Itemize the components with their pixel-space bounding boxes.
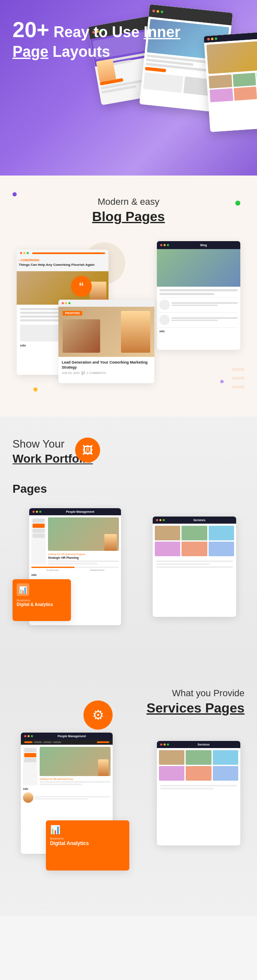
- blog-post-date: JUN 03, 2020: [62, 372, 80, 374]
- blog-mockup-container: ▪ COWORKING Things Can Help Any Coworkin…: [8, 241, 249, 392]
- blog-right-logo: xdo: [159, 330, 238, 333]
- blog-section: Modern & easy Blog Pages “ ≈≈≈ ≈≈≈ ≈≈≈ ▪…: [0, 176, 257, 417]
- portfolio-desc: Strategic HR Planning: [48, 556, 119, 559]
- analytics-digital-label: Digital & Analytics: [17, 602, 67, 607]
- portfolio-mockup-container: People Management Getting For HR planni: [13, 508, 244, 642]
- services-people-title: People Management: [34, 735, 109, 738]
- nav-cta: [97, 741, 109, 743]
- portfolio-title-block: Show Your Work Portfolio Pages: [13, 438, 244, 496]
- dot-yellow-2: [156, 10, 159, 13]
- brush-stroke-icon: ⚙: [83, 700, 113, 730]
- services-title-block: What you Provide Services Pages: [13, 688, 244, 716]
- services-right-grid: [157, 748, 240, 783]
- sr-grid-2: [186, 750, 211, 765]
- services-grid-4: [155, 542, 180, 556]
- blog-featured-meta: JUN 03, 2020 💬 2 COMMENTS: [62, 372, 151, 375]
- hero-title-layouts: Layouts: [53, 43, 110, 60]
- blog-featured-person: [121, 311, 150, 353]
- bdot-g2: [167, 244, 169, 246]
- portfolio-title: Work Portfolio: [13, 452, 244, 466]
- services-grid-2: [181, 526, 207, 540]
- sr-grid-1: [159, 750, 184, 765]
- blog-main-category: ▪ COWORKING: [19, 259, 106, 262]
- sr-grid-6: [213, 766, 238, 781]
- blog-featured-title: Lead Generation and Your Coworking Marke…: [62, 360, 151, 370]
- portfolio-subtitle-text: Getting For HR planning Program: [48, 553, 119, 555]
- services-subtitle: What you Provide: [13, 688, 244, 699]
- blog-main-header: [17, 249, 108, 257]
- services-title: Services Pages: [13, 700, 244, 716]
- services-logo-1: xdo: [23, 787, 111, 790]
- blog-featured-img: PROFITED: [58, 307, 154, 357]
- services-right-title: Services: [170, 743, 237, 746]
- services-right-card: Services: [157, 741, 240, 845]
- portfolio-analytics-card: 📊 Business Digital & Analytics: [13, 579, 71, 621]
- blog-post-comments: 2 COMMENTS: [87, 372, 106, 374]
- sr-grid-3: [213, 750, 238, 765]
- sa-business-label: Business: [50, 837, 125, 840]
- services-grid-1: [155, 526, 180, 540]
- portfolio-analytics-content: 📊 Business Digital & Analytics: [13, 579, 71, 621]
- analytics-business-label: Business: [17, 598, 67, 602]
- services-header-title: Services: [166, 519, 233, 522]
- blog-right-header: Blog: [157, 241, 240, 249]
- bdot-y1: [23, 252, 25, 254]
- portfolio-services-icon: 🖼: [75, 438, 100, 463]
- profited-badge: PROFITED: [63, 311, 82, 316]
- blog-featured-content: Lead Generation and Your Coworking Marke…: [58, 357, 154, 378]
- hero-subtitle: Reay to Use: [53, 23, 139, 41]
- bdot-g1: [27, 252, 29, 254]
- blog-featured-header: [58, 300, 154, 307]
- dot-red-2: [152, 10, 155, 13]
- services-grid-6: [209, 542, 234, 556]
- services-dark-header: Services: [153, 517, 236, 524]
- mockup-person-img: [96, 59, 116, 82]
- blog-title: Blog Pages: [13, 209, 244, 224]
- services-grid-5: [181, 542, 207, 556]
- sr-grid-5: [186, 766, 211, 781]
- blog-right-img: [157, 249, 240, 287]
- sr-grid-4: [159, 766, 184, 781]
- dot-green-1: [235, 201, 240, 206]
- nav-item-3: [53, 741, 61, 743]
- services-section: What you Provide Services Pages ⚙ People…: [0, 667, 257, 916]
- dot-purple-1: [13, 192, 17, 196]
- mc2-orange: [145, 67, 166, 72]
- portfolio-dark-header: People Management: [29, 508, 121, 515]
- blog-card-featured: PROFITED Lead Generation and Your Cowork…: [58, 300, 154, 383]
- portfolio-subtitle: Show Your: [13, 438, 244, 451]
- services-analytics-card: 📊 Business Digital Analytics: [46, 820, 129, 871]
- portfolio-services-card: Services: [153, 517, 236, 617]
- bdot-y2: [164, 244, 166, 246]
- services-people-sub: Getting For HR planning Prog...: [40, 778, 111, 780]
- blog-quote-icon: “: [71, 276, 92, 297]
- portfolio-logo-1: xdo: [31, 573, 119, 576]
- bdot-r1: [20, 252, 22, 254]
- services-grid-3: [209, 526, 234, 540]
- nav-item-active: [24, 741, 33, 743]
- sa-analytics-title: Digital Analytics: [50, 840, 125, 846]
- portfolio-section: Show Your Work Portfolio Pages 🖼 People …: [0, 417, 257, 667]
- services-people-header: People Management: [21, 733, 113, 740]
- blog-right-title: Blog: [170, 244, 237, 247]
- sa-icon: 📊: [50, 825, 125, 835]
- portfolio-title-pages: Pages: [13, 482, 244, 496]
- people-mgmt-nav: [21, 740, 113, 745]
- blog-subtitle: Modern & easy: [13, 196, 244, 207]
- bdot-r2: [160, 244, 162, 246]
- analytics-icon: 📊: [17, 583, 29, 596]
- services-right-header: Services: [157, 741, 240, 748]
- services-mockup-container: People Management: [13, 733, 244, 891]
- services-img-grid: [153, 524, 236, 558]
- nav-item-1: [34, 741, 42, 743]
- dot-green-2: [161, 10, 164, 13]
- people-mgmt-header-title: People Management: [43, 510, 118, 513]
- services-analytics-content: 📊 Business Digital Analytics: [46, 820, 129, 871]
- blog-main-title: Things Can Help Any Coworking Flourish A…: [19, 263, 106, 267]
- services-title-text: Services Pages: [146, 700, 244, 715]
- hero-title: 20+ Reay to Use InnerPage Layouts: [13, 17, 244, 61]
- hero-number: 20+: [13, 18, 49, 42]
- hero-section: 20+ Reay to Use InnerPage Layouts: [0, 0, 257, 176]
- blog-card-right: Blog: [157, 241, 240, 350]
- nav-item-2: [43, 741, 52, 743]
